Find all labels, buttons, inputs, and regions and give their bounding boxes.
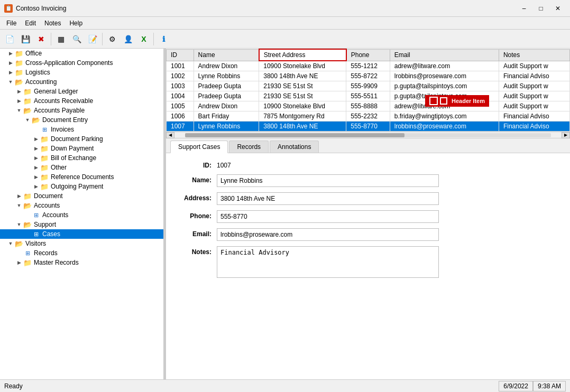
menu-bar: File Edit Notes Help (0, 17, 570, 30)
sidebar-item-bill-of-exchange[interactable]: ▶ 📁 Bill of Exchange (0, 153, 163, 163)
content-area: Header Item ID Name Street Address Phone… (166, 49, 570, 379)
sidebar-item-accounting[interactable]: ▼ 📂 Accounting (0, 77, 163, 87)
save-button[interactable]: 💾 (18, 32, 33, 46)
sidebar-item-outgoing-payment[interactable]: ▶ 📁 Outgoing Payment (0, 182, 163, 191)
tab-records[interactable]: Records (229, 141, 269, 153)
notes-label: Notes: (174, 246, 217, 256)
col-header-phone[interactable]: Phone (346, 49, 390, 61)
sidebar-item-cross-app[interactable]: ▶ 📁 Cross-Application Components (0, 58, 163, 68)
menu-edit[interactable]: Edit (21, 18, 40, 28)
table-row-selected[interactable]: 1007Lynne Robbins3800 148th Ave NE555-87… (167, 122, 570, 132)
grid-container: Header Item ID Name Street Address Phone… (166, 49, 570, 138)
sidebar-item-master-records[interactable]: ▶ 📁 Master Records (0, 258, 163, 267)
form-row-phone: Phone: (174, 210, 562, 223)
sidebar-item-down-payment[interactable]: ▶ 📁 Down Payment (0, 144, 163, 153)
form-row-notes: Notes: Financial Advisory (174, 246, 562, 279)
scroll-right[interactable]: ▶ (562, 132, 570, 138)
header-item-icon (440, 97, 447, 105)
scroll-track[interactable] (185, 133, 551, 137)
name-label: Name: (174, 174, 217, 184)
sidebar-item-cases[interactable]: ⊞ Cases (0, 229, 163, 239)
id-label: ID: (174, 160, 217, 169)
table-row[interactable]: 1001Andrew Dixon10900 Stonelake Blvd555-… (167, 61, 570, 71)
info-button[interactable]: ℹ (156, 32, 171, 46)
table-row[interactable]: 1002Lynne Robbins3800 148th Ave NE555-87… (167, 71, 570, 81)
sidebar-item-invoices[interactable]: ⊞ Invoices (0, 125, 163, 134)
address-input[interactable] (217, 192, 439, 205)
sidebar-item-office[interactable]: ▶ 📁 Office (0, 49, 163, 58)
menu-help[interactable]: Help (65, 18, 87, 28)
tab-annotations[interactable]: Annotations (270, 141, 319, 153)
sidebar-item-other[interactable]: ▶ 📁 Other (0, 163, 163, 172)
status-text: Ready (4, 382, 23, 390)
sidebar-item-accounts-receivable[interactable]: ▶ 📁 Accounts Receivable (0, 96, 163, 106)
scroll-thumb[interactable] (185, 133, 404, 137)
title-bar: Contoso Invoicing – □ ✕ (0, 0, 570, 17)
form-row-email: Email: (174, 228, 562, 241)
detail-form: ID: 1007 Name: Address: Phone: (166, 153, 570, 379)
phone-input[interactable] (217, 210, 439, 223)
sidebar-item-accounts-payable[interactable]: ▼ 📂 Accounts Payable (0, 106, 163, 115)
app-icon (4, 4, 13, 13)
form-row-name: Name: (174, 174, 562, 187)
horizontal-scrollbar[interactable]: ◀ ▶ (166, 132, 570, 138)
excel-button[interactable]: X (136, 32, 151, 46)
status-time: 9:38 AM (533, 381, 566, 391)
status-bar: Ready 6/9/2022 9:38 AM (0, 379, 570, 392)
email-label: Email: (174, 228, 217, 238)
users-button[interactable]: 👤 (121, 32, 135, 46)
col-header-notes[interactable]: Notes (499, 49, 569, 61)
sidebar-item-accounts-table[interactable]: ⊞ Accounts (0, 210, 163, 220)
data-grid: ID Name Street Address Phone Email Notes… (166, 49, 570, 132)
sidebar: ▶ 📁 Office ▶ 📁 Cross-Application Compone… (0, 49, 164, 379)
app-title: Contoso Invoicing (16, 5, 66, 12)
id-value: 1007 (217, 160, 562, 169)
sidebar-item-accounts[interactable]: ▼ 📂 Accounts (0, 201, 163, 210)
table-row[interactable]: 1003Pradeep Gupta21930 SE 51st St555-990… (167, 81, 570, 91)
notes-textarea[interactable]: Financial Advisory (217, 246, 439, 278)
sidebar-item-general-ledger[interactable]: ▶ 📁 General Ledger (0, 87, 163, 96)
minimize-button[interactable]: – (516, 3, 532, 14)
col-header-email[interactable]: Email (390, 49, 499, 61)
phone-label: Phone: (174, 210, 217, 220)
sidebar-item-document-parking[interactable]: ▶ 📁 Document Parking (0, 134, 163, 144)
form-row-id: ID: 1007 (174, 160, 562, 169)
sidebar-item-visitors[interactable]: ▼ 📂 Visitors (0, 239, 163, 248)
table-row[interactable]: 1006Bart Friday7875 Montgomery Rd555-223… (167, 111, 570, 122)
close-button[interactable]: ✕ (550, 3, 566, 14)
search-button[interactable]: 🔍 (69, 32, 84, 46)
menu-file[interactable]: File (2, 18, 21, 28)
sidebar-item-document[interactable]: ▶ 📁 Document (0, 191, 163, 201)
new-button[interactable]: 📄 (2, 32, 17, 46)
table-row[interactable]: 1004Pradeep Gupta21930 SE 51st St555-551… (167, 91, 570, 101)
tabs-bar: Support Cases Records Annotations (166, 138, 570, 153)
col-header-id[interactable]: ID (167, 49, 194, 61)
toolbar: 📄 💾 ✖ ▦ 🔍 📝 ⚙ 👤 X ℹ (0, 30, 570, 49)
tab-support-cases[interactable]: Support Cases (170, 141, 228, 153)
sidebar-item-logistics[interactable]: ▶ 📁 Logistics (0, 68, 163, 77)
table-row[interactable]: 1005Andrew Dixon10900 Stonelake Blvd555-… (167, 101, 570, 111)
menu-notes[interactable]: Notes (40, 18, 65, 28)
email-input[interactable] (217, 228, 439, 241)
sidebar-item-support[interactable]: ▼ 📂 Support (0, 220, 163, 229)
sidebar-item-reference-documents[interactable]: ▶ 📁 Reference Documents (0, 172, 163, 182)
sidebar-item-document-entry[interactable]: ▼ 📂 Document Entry (0, 115, 163, 125)
grid-button[interactable]: ▦ (53, 32, 68, 46)
scroll-left[interactable]: ◀ (166, 132, 174, 138)
header-item-tooltip: Header Item (425, 95, 489, 107)
form-row-address: Address: (174, 192, 562, 205)
delete-button[interactable]: ✖ (34, 32, 49, 46)
settings-button[interactable]: ⚙ (105, 32, 119, 46)
sidebar-item-records[interactable]: ⊞ Records (0, 248, 163, 258)
col-header-name[interactable]: Name (194, 49, 259, 61)
header-item-label: Header Item (452, 98, 485, 104)
status-date: 6/9/2022 (499, 381, 533, 391)
col-header-address[interactable]: Street Address (259, 49, 346, 61)
address-label: Address: (174, 192, 217, 202)
note-button[interactable]: 📝 (85, 32, 100, 46)
name-input[interactable] (217, 174, 439, 187)
maximize-button[interactable]: □ (533, 3, 549, 14)
